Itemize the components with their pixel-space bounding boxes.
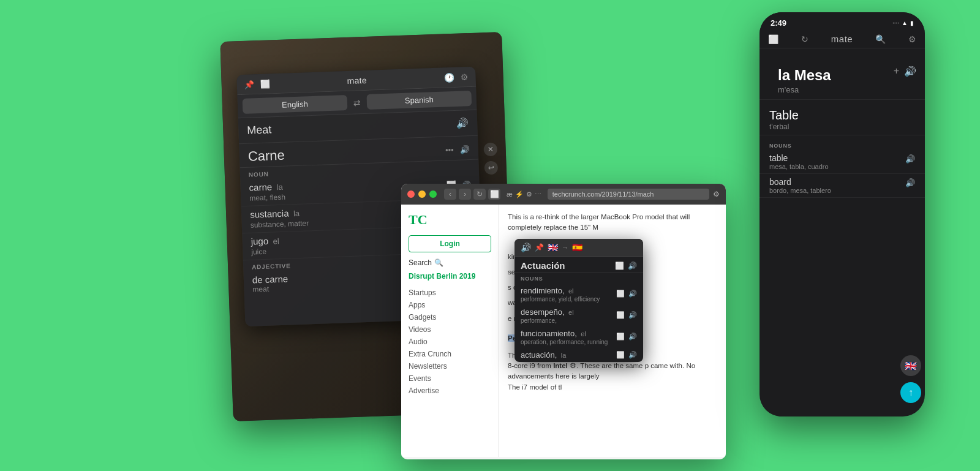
- iphone-content: la Mesa m'esa + 🔊 Table t'erbal NOUNS ta…: [760, 48, 925, 204]
- maximize-window-btn[interactable]: [429, 190, 437, 198]
- popup-audio-desempeno[interactable]: 🔊: [628, 311, 637, 319]
- popup-copy-actuacion[interactable]: ⬜: [616, 351, 625, 359]
- pin-icon[interactable]: 📌: [244, 80, 255, 89]
- iphone-search-icon[interactable]: 🔍: [875, 34, 886, 44]
- popup-entry-rendimiento: rendimiento, el performance, yield, effi…: [514, 283, 643, 304]
- iphone-trans-phonetic: t'erbal: [769, 122, 915, 131]
- nav-newsletters[interactable]: Newsletters: [409, 360, 491, 372]
- entry-article-jugo: el: [273, 236, 279, 246]
- popup-audio-rendimiento[interactable]: 🔊: [628, 290, 637, 298]
- iphone-add-icon[interactable]: +: [894, 66, 899, 77]
- browser-window-btn[interactable]: ⬜: [488, 189, 500, 200]
- ext-icon-ae[interactable]: æ: [507, 190, 513, 198]
- scroll-controls: 🇬🇧 ↑: [900, 355, 921, 403]
- browser-url-bar[interactable]: techcrunch.com/2019/11/13/mach: [548, 189, 709, 200]
- article-body3: The i7 model of tl: [508, 382, 717, 393]
- ext-icon-more[interactable]: ⋯: [535, 190, 541, 198]
- pin-icon-popup[interactable]: 📌: [535, 243, 544, 252]
- close-window-btn[interactable]: [407, 190, 415, 198]
- iphone-nav-bar: ⬜ ↻ mate 🔍 ⚙: [760, 30, 925, 48]
- arrow-icon-popup: →: [562, 244, 568, 251]
- article-body2: 8-core i9 from Intel ⚙. These are the sa…: [508, 361, 717, 382]
- iphone-settings-icon[interactable]: ⚙: [908, 34, 916, 44]
- popup-audio-icon[interactable]: 🔊: [628, 262, 637, 270]
- adj-word: de carne: [252, 274, 288, 285]
- nav-advertise[interactable]: Advertise: [409, 385, 491, 397]
- login-button[interactable]: Login: [409, 235, 491, 252]
- popup-article-actuacion: la: [561, 352, 567, 359]
- browser-back-btn[interactable]: ‹: [444, 189, 456, 200]
- popup-copy-desempeno[interactable]: ⬜: [616, 311, 625, 319]
- search-text: Search: [409, 258, 432, 267]
- wifi-icon: ▲: [902, 20, 908, 26]
- popup-word-funcionamiento: funcionamiento,: [521, 329, 577, 338]
- iphone-trans-word: Table t'erbal: [760, 102, 925, 132]
- input-word: Meat: [247, 117, 452, 137]
- nav-gadgets[interactable]: Gadgets: [409, 311, 491, 323]
- popup-entry-desempeno: desempeño, el performance, ⬜ 🔊: [514, 304, 643, 326]
- iphone-word-phonetic: m'esa: [778, 85, 831, 94]
- flag-audio-icon[interactable]: 🔊: [521, 243, 531, 252]
- tc-logo: TC: [409, 212, 491, 228]
- entry-sub-jugo: juice: [251, 247, 279, 257]
- history-icon-widget[interactable]: ⬜: [260, 79, 270, 89]
- minimize-window-btn[interactable]: [418, 190, 426, 198]
- ext-icon-gear[interactable]: ⚙: [526, 190, 532, 198]
- search-link[interactable]: Search 🔍: [409, 258, 491, 267]
- input-audio-icon[interactable]: 🔊: [456, 117, 469, 129]
- more-options-icon[interactable]: •••: [445, 145, 454, 154]
- browser-settings-icon[interactable]: ⚙: [713, 190, 720, 198]
- iphone-sound-icon[interactable]: 🔊: [904, 66, 916, 77]
- english-tab[interactable]: English: [243, 95, 348, 114]
- entry-sub-carne: meat, flesh: [249, 193, 285, 203]
- popup-word: Actuación: [521, 260, 615, 271]
- iphone-audio-board[interactable]: 🔊: [905, 178, 915, 187]
- iphone-audio-table[interactable]: 🔊: [905, 154, 915, 164]
- history-icon[interactable]: 🕐: [443, 72, 454, 83]
- iphone-entry-board-left: board bordo, mesa, tablero: [769, 177, 905, 194]
- nav-events[interactable]: Events: [409, 372, 491, 385]
- iphone-entry-sub-table: mesa, tabla, cuadro: [769, 163, 905, 170]
- trans-audio-icon[interactable]: 🔊: [459, 145, 470, 154]
- iphone-entry-word-table: table: [769, 153, 905, 163]
- to-flag-icon: 🇪🇸: [572, 243, 582, 252]
- iphone-entry-word-board: board: [769, 177, 905, 187]
- spanish-tab[interactable]: Spanish: [366, 91, 472, 110]
- nav-audio[interactable]: Audio: [409, 336, 491, 348]
- iphone-divider1: [760, 99, 925, 100]
- nav-startups[interactable]: Startups: [409, 287, 491, 299]
- nav-videos[interactable]: Videos: [409, 323, 491, 336]
- mate-widget-icons: 🕐 ⚙: [443, 72, 469, 82]
- settings-icon-widget[interactable]: ⚙: [460, 72, 469, 81]
- iphone-refresh-icon[interactable]: ↻: [801, 34, 809, 44]
- popup-copy-funcionamiento[interactable]: ⬜: [616, 333, 625, 341]
- browser-forward-btn[interactable]: ›: [459, 189, 471, 200]
- scroll-flag-btn[interactable]: 🇬🇧: [900, 355, 921, 376]
- iphone-trans-big: Table: [769, 108, 915, 122]
- browser-ext-icons: ⚙: [713, 190, 720, 198]
- popup-sub-desempeno: performance,: [521, 317, 574, 324]
- iphone-back-icon[interactable]: ⬜: [768, 34, 778, 44]
- ext-icon-lightning[interactable]: ⚡: [515, 190, 524, 198]
- swap-languages-btn[interactable]: ⇄: [351, 97, 364, 108]
- iphone-divider2: [760, 135, 925, 135]
- iphone-entry-table: table mesa, tabla, cuadro 🔊: [760, 150, 925, 174]
- popup-word-desempeno: desempeño,: [521, 307, 565, 317]
- nav-apps[interactable]: Apps: [409, 299, 491, 311]
- iphone-word-big: la Mesa: [778, 67, 831, 84]
- browser-refresh-btn[interactable]: ↻: [473, 189, 486, 200]
- popup-copy-icon[interactable]: ⬜: [615, 262, 624, 270]
- search-icon: 🔍: [434, 258, 443, 267]
- iphone-app-title: mate: [831, 34, 853, 44]
- scroll-up-btn[interactable]: ↑: [900, 382, 921, 403]
- iphone-entry-board: board bordo, mesa, tablero 🔊: [760, 174, 925, 198]
- entry-sub-sustancia: substance, matter: [251, 219, 309, 229]
- featured-link[interactable]: Disrupt Berlin 2019: [409, 272, 491, 282]
- popup-copy-rendimiento[interactable]: ⬜: [616, 290, 625, 298]
- popup-audio-actuacion[interactable]: 🔊: [628, 351, 637, 359]
- signal-icon: ····: [892, 20, 899, 26]
- popup-article-desempeno: el: [568, 309, 574, 316]
- nav-extra-crunch[interactable]: Extra Crunch: [409, 348, 491, 360]
- iphone-entry-sub-board: bordo, mesa, tablero: [769, 187, 905, 194]
- popup-audio-funcionamiento[interactable]: 🔊: [628, 333, 637, 341]
